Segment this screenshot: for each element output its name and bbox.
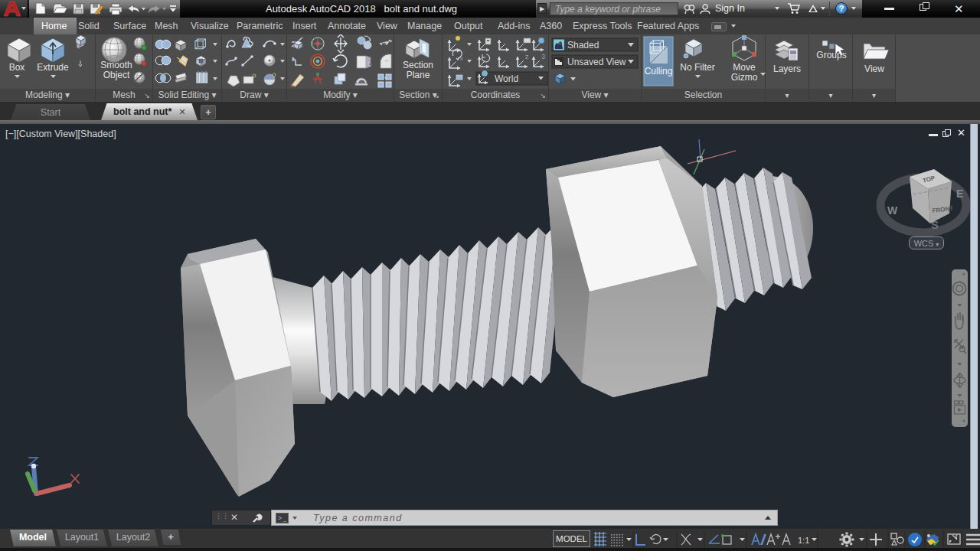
svg-text:W: W (887, 204, 898, 217)
svg-text:Layers: Layers (773, 64, 801, 74)
svg-text:View: View (864, 64, 884, 74)
svg-text:Culling: Culling (645, 66, 673, 77)
svg-text:Move: Move (733, 62, 756, 73)
svg-text:3: 3 (541, 53, 545, 60)
svg-text:Gizmo: Gizmo (731, 72, 758, 83)
svg-text:Shaded: Shaded (567, 40, 599, 51)
svg-text:World: World (495, 73, 518, 84)
svg-text:Unsaved View: Unsaved View (567, 57, 626, 67)
svg-text:Smooth: Smooth (100, 60, 132, 70)
svg-text:1:1: 1:1 (798, 536, 809, 545)
svg-text:Plane: Plane (407, 70, 430, 80)
svg-text:Extrude: Extrude (37, 62, 69, 73)
svg-text:z: z (525, 53, 529, 60)
svg-text:No Filter: No Filter (680, 62, 714, 73)
svg-text:Groups: Groups (816, 50, 846, 60)
svg-text:Object: Object (103, 70, 130, 80)
svg-text:E: E (956, 187, 963, 200)
svg-text:Box: Box (9, 62, 25, 73)
svg-text:Section: Section (403, 60, 433, 70)
